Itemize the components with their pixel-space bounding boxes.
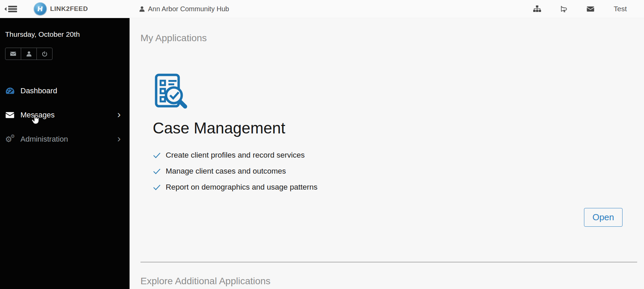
main-content: My Applications Case Management Create c…: [130, 18, 644, 289]
check-icon: [153, 184, 161, 190]
user-icon: [139, 6, 145, 12]
dashboard-gauge-icon: [5, 86, 17, 95]
quick-actions: [5, 48, 130, 60]
gears-icon: ⚙ ⚙: [5, 135, 17, 144]
sitemap-icon[interactable]: [533, 0, 541, 18]
collapse-menu-icon: [4, 5, 17, 13]
feature-item: Manage client cases and outcomes: [153, 167, 317, 176]
chevron-right-icon: ›: [117, 109, 121, 119]
top-bar: LINK2FEED Ann Arbor Community Hub Test: [0, 0, 644, 18]
explore-section-title: Explore Additional Applications: [140, 276, 270, 287]
feature-list: Create client profiles and record servic…: [153, 151, 317, 199]
app-title: Case Management: [153, 119, 285, 137]
section-title: My Applications: [140, 33, 207, 44]
user-icon: [26, 51, 32, 57]
envelope-icon: [10, 51, 16, 56]
mail-icon[interactable]: [586, 0, 595, 18]
check-icon: [153, 152, 161, 158]
feature-item: Report on demographics and usage pattern…: [153, 183, 317, 192]
organization-name: Ann Arbor Community Hub: [148, 5, 229, 13]
feature-text: Create client profiles and record servic…: [166, 151, 305, 160]
check-icon: [153, 168, 161, 174]
sidebar-item-dashboard[interactable]: Dashboard: [0, 79, 130, 103]
feature-item: Create client profiles and record servic…: [153, 151, 317, 160]
quick-messages-button[interactable]: [5, 48, 21, 60]
case-management-app-icon: [152, 73, 189, 111]
sidebar-item-label: Messages: [20, 111, 55, 119]
link2feed-logo-icon[interactable]: [34, 2, 47, 15]
section-divider: [140, 262, 637, 262]
power-icon: [42, 51, 48, 57]
organization-label: Ann Arbor Community Hub: [139, 0, 229, 18]
sidebar-collapse-icon[interactable]: [4, 5, 17, 13]
envelope-icon: [5, 112, 17, 118]
sidebar-nav: Dashboard Messages › ⚙ ⚙ Administration …: [0, 79, 130, 151]
sidebar: Thursday, October 20th: [0, 18, 130, 289]
chevron-right-icon: ›: [117, 133, 121, 143]
sidebar-item-label: Dashboard: [20, 86, 57, 95]
brand-name: LINK2FEED: [50, 0, 88, 18]
sidebar-date: Thursday, October 20th: [5, 30, 130, 38]
quick-logout-button[interactable]: [36, 48, 53, 60]
announcements-icon[interactable]: [560, 0, 567, 18]
sidebar-item-administration[interactable]: ⚙ ⚙ Administration ›: [0, 127, 130, 151]
sidebar-item-label: Administration: [20, 135, 68, 144]
feature-text: Report on demographics and usage pattern…: [166, 183, 317, 192]
logo-glyph: [37, 5, 44, 12]
sidebar-item-messages[interactable]: Messages ›: [0, 103, 130, 127]
open-app-button[interactable]: Open: [584, 208, 623, 227]
checklist-magnifier-icon: [152, 73, 189, 110]
feature-text: Manage client cases and outcomes: [166, 167, 286, 176]
user-menu[interactable]: Test: [614, 0, 627, 18]
quick-profile-button[interactable]: [21, 48, 37, 60]
